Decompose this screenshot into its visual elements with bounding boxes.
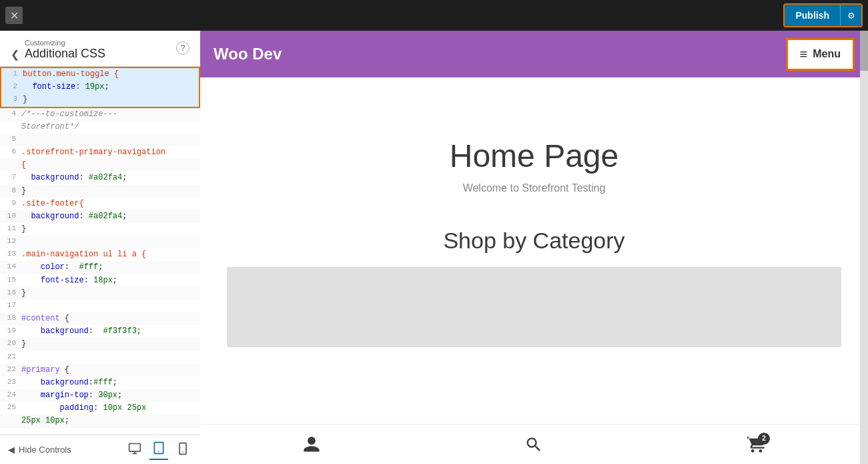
code-line: 8 } <box>0 185 200 198</box>
preview-inner: Woo Dev ≡ Menu Home Page Welcome to Stor… <box>200 31 868 464</box>
mobile-icon <box>176 442 189 455</box>
code-line: 18 #content { <box>0 312 200 325</box>
code-line: 16 } <box>0 287 200 300</box>
menu-toggle-button[interactable]: ≡ Menu <box>786 38 855 71</box>
code-line: 13 .main-navigation ul li a { <box>0 248 200 261</box>
search-button[interactable] <box>524 435 543 454</box>
back-button[interactable]: ❮ <box>11 39 19 61</box>
hamburger-icon: ≡ <box>800 47 808 62</box>
code-line: 3 } <box>1 93 199 106</box>
menu-label: Menu <box>813 48 841 60</box>
svg-point-4 <box>158 451 159 452</box>
close-button[interactable]: ✕ <box>5 7 23 24</box>
cart-button[interactable]: 2 <box>747 435 766 454</box>
hero-subtitle: Welcome to Storefront Testing <box>227 182 841 194</box>
code-line: 22 #primary { <box>0 364 200 377</box>
site-header: Woo Dev ≡ Menu <box>200 31 868 77</box>
code-line: 15 font-size: 18px; <box>0 274 200 287</box>
code-line: 1 button.menu-toggle { <box>1 68 199 81</box>
customizer-panel: ❮ Customizing Additional CSS ? 1 button.… <box>0 31 200 464</box>
code-line: Storefront*/ <box>0 121 200 134</box>
hide-controls-label: Hide Controls <box>19 445 71 455</box>
close-icon: ✕ <box>10 9 19 22</box>
code-line: 23 background:#fff; <box>0 377 200 389</box>
code-line: 25px 10px; <box>0 415 200 427</box>
site-footer-bar: 2 <box>200 424 868 464</box>
code-editor[interactable]: 1 button.menu-toggle { 2 font-size: 19px… <box>0 67 200 435</box>
tablet-view-button[interactable] <box>149 440 168 460</box>
desktop-view-button[interactable] <box>125 440 144 460</box>
cart-badge: 2 <box>758 433 770 445</box>
code-line: 24 margin-top: 30px; <box>0 389 200 402</box>
code-line: 12 <box>0 236 200 248</box>
code-line: 17 <box>0 300 200 312</box>
hero-title: Home Page <box>227 138 841 174</box>
help-icon: ? <box>181 43 185 53</box>
code-line: 21 <box>0 351 200 364</box>
panel-header: ❮ Customizing Additional CSS ? <box>0 31 200 67</box>
customizing-label: Customizing <box>25 39 105 47</box>
scrollbar-track <box>860 31 868 464</box>
code-line: 10 background: #a02fa4; <box>0 210 200 223</box>
shop-title: Shop by Category <box>227 228 841 254</box>
top-bar: ✕ Publish ⚙ <box>0 0 868 31</box>
code-line: 7 background: #a02fa4; <box>0 172 200 184</box>
settings-button[interactable]: ⚙ <box>840 5 861 26</box>
code-line: 19 background: #f3f3f3; <box>0 325 200 338</box>
code-line: 2 font-size: 19px; <box>1 81 199 93</box>
site-content: Home Page Welcome to Storefront Testing … <box>200 77 868 424</box>
shop-section: Shop by Category <box>213 214 855 361</box>
scrollbar-thumb[interactable] <box>860 31 868 71</box>
settings-icon: ⚙ <box>847 11 855 21</box>
mobile-view-button[interactable] <box>173 440 192 460</box>
code-line: { <box>0 159 200 172</box>
code-line: 6 .storefront-primary-navigation <box>0 146 200 159</box>
bottom-bar: ◀ Hide Controls <box>0 435 200 464</box>
publish-group: Publish ⚙ <box>783 3 863 27</box>
code-line: 20 } <box>0 338 200 351</box>
account-button[interactable] <box>302 435 321 454</box>
code-line: 14 color: #fff; <box>0 261 200 274</box>
site-title: Woo Dev <box>213 45 282 63</box>
shop-placeholder <box>227 267 841 347</box>
code-line: 9 .site-footer{ <box>0 198 200 210</box>
publish-button[interactable]: Publish <box>785 5 840 26</box>
code-content: 4 /*---to-customize--- Storefront*/ 5 6 … <box>0 108 200 428</box>
code-line: 5 <box>0 134 200 146</box>
desktop-icon <box>128 442 141 455</box>
hide-controls-button[interactable]: ◀ Hide Controls <box>8 445 71 455</box>
panel-title: Additional CSS <box>25 47 105 60</box>
preview-area: Woo Dev ≡ Menu Home Page Welcome to Stor… <box>200 31 868 464</box>
tablet-icon <box>152 441 165 455</box>
help-button[interactable]: ? <box>176 41 189 55</box>
code-line: 11 } <box>0 223 200 236</box>
svg-point-6 <box>182 451 183 453</box>
svg-rect-0 <box>129 443 141 451</box>
hero-section: Home Page Welcome to Storefront Testing <box>213 97 855 214</box>
code-line: 4 /*---to-customize--- <box>0 108 200 121</box>
account-icon <box>302 435 321 454</box>
hide-controls-icon: ◀ <box>8 445 15 455</box>
code-line: 25 padding: 10px 25px <box>0 402 200 415</box>
highlighted-code-block: 1 button.menu-toggle { 2 font-size: 19px… <box>0 67 200 108</box>
view-icons-group <box>125 440 192 460</box>
back-icon: ❮ <box>11 49 19 60</box>
search-icon <box>524 435 543 454</box>
main-layout: ❮ Customizing Additional CSS ? 1 button.… <box>0 31 868 464</box>
